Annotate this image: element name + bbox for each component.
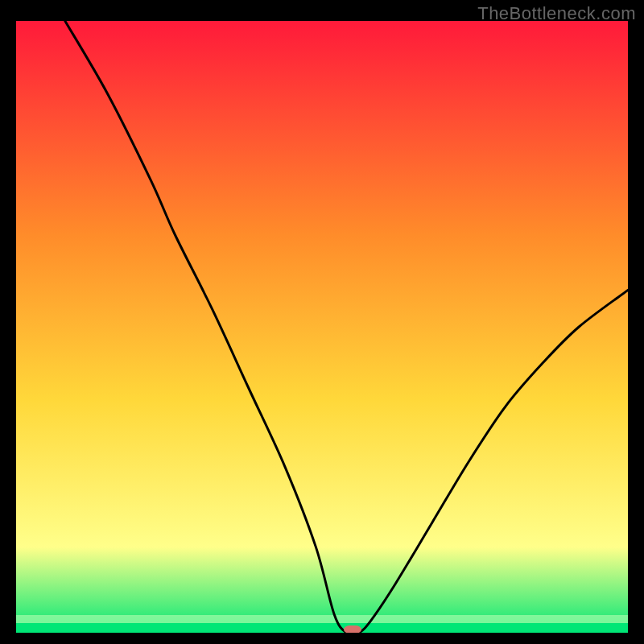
bottleneck-chart (16, 21, 628, 633)
baseline (16, 623, 628, 633)
minimum-marker (344, 625, 361, 633)
watermark-label: TheBottleneck.com (477, 3, 636, 24)
soft-band (16, 615, 628, 623)
gradient-background (16, 21, 628, 633)
chart-stage: TheBottleneck.com (0, 0, 644, 644)
